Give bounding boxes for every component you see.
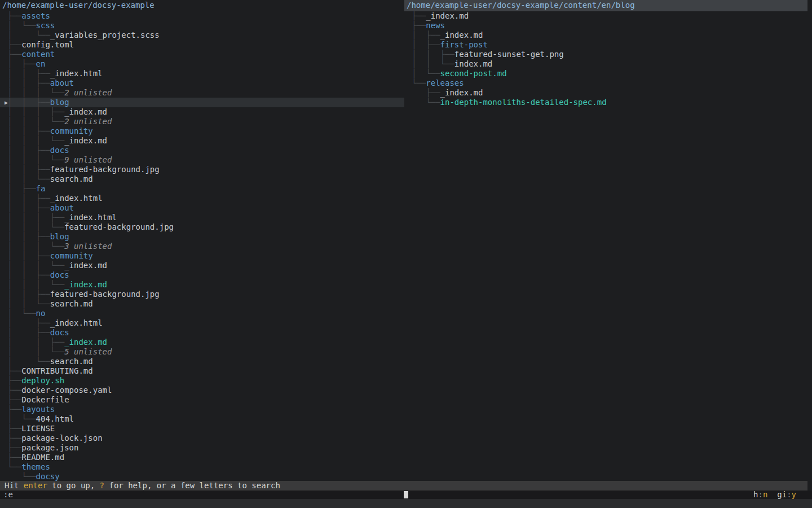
tree-branch: │ │ │ └── — [7, 222, 64, 231]
tree-row[interactable]: ├──Dockerfile — [0, 395, 404, 405]
tree-branch: │ │ │ ├── — [7, 107, 64, 116]
tree-row[interactable]: │ │ │ └──_index.md — [0, 261, 404, 270]
tree-row[interactable]: ├──package-lock.json — [0, 433, 404, 443]
tree-row[interactable]: └──in-depth-monoliths-detailed-spec.md — [404, 98, 812, 107]
tree-row[interactable]: │ │ │ └──3 unlisted — [0, 242, 404, 251]
tree-branch: └── — [412, 98, 440, 107]
tree-row[interactable]: │ │ │ └──2 unlisted — [0, 88, 404, 98]
tree-row[interactable]: └──releases — [404, 78, 812, 88]
file-name: _index.md — [64, 107, 107, 116]
file-name: 3 unlisted — [64, 242, 112, 251]
tree-row[interactable]: │ │ ├──community — [0, 126, 404, 136]
tree-row[interactable]: ├──deploy.sh — [0, 376, 404, 386]
tree-row[interactable]: ├──config.toml — [0, 40, 404, 50]
tree-row[interactable]: ▶│ │ ├──blog — [0, 98, 404, 107]
tree-row[interactable]: │ │ └──search.md — [0, 299, 404, 309]
tree-branch: │ ├── — [7, 318, 50, 327]
tree-row[interactable]: │ │ │ └──9 unlisted — [0, 155, 404, 165]
command-input[interactable]: :e — [3, 491, 13, 499]
tree-branch: │ │ ├── — [7, 194, 50, 203]
tree-row[interactable]: ├──news — [404, 21, 812, 30]
right-panel-path[interactable]: /home/example-user/docsy-example/content… — [404, 0, 807, 11]
tree-row[interactable]: │ │ ├──docs — [0, 270, 404, 280]
tree-row[interactable]: │ └──404.html — [0, 414, 404, 424]
tree-row[interactable]: │ ├──_index.md — [404, 30, 812, 40]
tree-branch: │ │ └── — [412, 59, 454, 68]
tree-row[interactable]: │ │ ├──featured-background.jpg — [0, 165, 404, 174]
tree-row[interactable]: │ ├──fa — [0, 184, 404, 194]
tree-branch: ├── — [412, 88, 440, 97]
tree-row[interactable]: │ └──search.md — [0, 357, 404, 366]
tree-row[interactable]: │ │ │ └──2 unlisted — [0, 117, 404, 126]
tree-branch: └── — [412, 78, 426, 87]
input-bar[interactable]: :e h:n gi:y — [0, 491, 812, 499]
tree-row[interactable]: └──themes — [0, 462, 404, 472]
text-cursor — [404, 491, 408, 498]
tree-row[interactable]: ├──package.json — [0, 443, 404, 453]
tree-branch: │ │ ├── — [412, 50, 454, 59]
tree-row[interactable]: │ └──second-post.md — [404, 69, 812, 78]
file-name: _index.md — [64, 338, 107, 347]
dir-name: first-post — [440, 40, 488, 49]
dir-name: layouts — [21, 405, 55, 414]
status-key-hint: ? — [100, 481, 104, 490]
tree-row[interactable]: │ │ ├──about — [0, 78, 404, 88]
tree-row[interactable]: │ │ │ ├──_index.md — [0, 107, 404, 117]
tree-row[interactable]: │ ├──_index.html — [0, 318, 404, 328]
tree-row[interactable]: │ │ ├──featured-sunset-get.png — [404, 50, 812, 59]
right-tree: ├──_index.md├──news│ ├──_index.md│ ├──fi… — [404, 11, 812, 107]
tree-row[interactable]: │ │ ├──blog — [0, 232, 404, 242]
tree-row[interactable]: │ ├──en — [0, 59, 404, 69]
tree-row[interactable]: │ └──_variables_project.scss — [0, 30, 404, 40]
tree-row[interactable]: │ │ └──search.md — [0, 174, 404, 184]
dir-name: themes — [21, 462, 50, 471]
file-name: _index.html — [50, 194, 103, 203]
tree-row[interactable]: │ │ └──5 unlisted — [0, 347, 404, 357]
tree-branch: │ │ ├── — [7, 270, 50, 279]
tree-branch: │ ├── — [7, 184, 36, 193]
tree-row[interactable]: │ │ │ └──_index.md — [0, 280, 404, 290]
file-name: LICENSE — [21, 424, 55, 433]
tree-row[interactable]: │ │ │ ├──_index.html — [0, 213, 404, 222]
tree-branch: │ └── — [7, 309, 36, 318]
tree-branch: │ │ │ └── — [7, 155, 64, 164]
tree-branch: │ │ └── — [7, 299, 50, 308]
tree-row[interactable]: │ │ └──index.md — [404, 59, 812, 69]
tree-row[interactable]: ├──LICENSE — [0, 424, 404, 433]
tree-row[interactable]: │ │ │ └──_index.md — [0, 136, 404, 146]
tree-row[interactable]: ├──content — [0, 50, 404, 59]
tree-row[interactable]: ├──README.md — [0, 453, 404, 462]
tree-row[interactable]: │ ├──docs — [0, 328, 404, 338]
tree-row[interactable]: ├──docker-compose.yaml — [0, 386, 404, 395]
dir-name: docsy — [36, 472, 60, 481]
tree-row[interactable]: │ └──scss — [0, 21, 404, 30]
tree-row[interactable]: │ │ ├──about — [0, 203, 404, 213]
file-name: featured-background.jpg — [50, 165, 160, 174]
file-name: _index.html — [64, 213, 117, 222]
status-text: Hit — [5, 481, 24, 490]
tree-branch: │ │ ├── — [7, 98, 50, 107]
file-name: _index.md — [64, 280, 107, 289]
tree-row[interactable]: │ │ │ └──featured-background.jpg — [0, 222, 404, 232]
tree-row[interactable]: │ │ ├──community — [0, 251, 404, 261]
tree-row[interactable]: │ ├──first-post — [404, 40, 812, 50]
tree-row[interactable]: ├──_index.md — [404, 11, 812, 21]
dir-name: releases — [426, 78, 464, 87]
tree-row[interactable]: ├──assets — [0, 11, 404, 21]
tree-row[interactable]: │ └──no — [0, 309, 404, 318]
tree-row[interactable]: ├──layouts — [0, 405, 404, 414]
tree-row[interactable]: │ │ ├──_index.html — [0, 69, 404, 78]
flag-gap — [767, 490, 777, 499]
tree-row[interactable]: ├──_index.md — [404, 88, 812, 98]
tree-row[interactable]: ├──CONTRIBUTING.md — [0, 366, 404, 376]
file-name: in-depth-monoliths-detailed-spec.md — [440, 98, 607, 107]
tree-row[interactable]: └──docsy — [0, 472, 404, 481]
file-name: index.md — [454, 59, 492, 68]
tree-row[interactable]: │ │ ├──docs — [0, 146, 404, 155]
tree-row[interactable]: │ │ ├──_index.md — [0, 338, 404, 347]
left-panel-path[interactable]: /home/example-user/docsy-example — [0, 0, 404, 11]
tree-row[interactable]: │ │ ├──featured-background.jpg — [0, 290, 404, 299]
tree-branch: └── — [7, 472, 36, 481]
tree-branch: │ └── — [7, 30, 50, 40]
tree-row[interactable]: │ │ ├──_index.html — [0, 194, 404, 203]
